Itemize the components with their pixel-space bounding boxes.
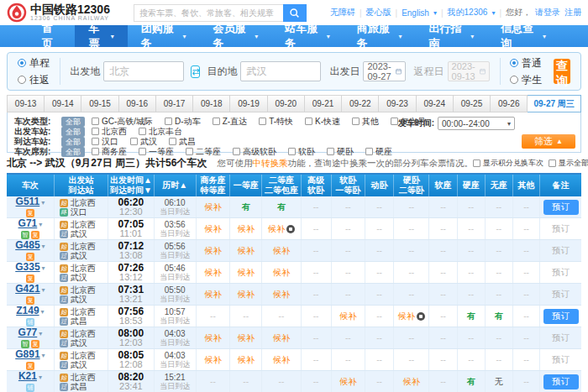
seat-availability[interactable]: 候补: [204, 224, 221, 233]
nav-item-商旅服务[interactable]: 商旅服务▾: [344, 25, 416, 47]
train-number-link[interactable]: G71: [18, 218, 38, 230]
seat-availability[interactable]: 候补: [204, 290, 221, 299]
seat-availability[interactable]: 候补: [238, 224, 255, 233]
filter-all-button[interactable]: 全部: [61, 127, 85, 137]
seat-availability[interactable]: 候补: [204, 202, 221, 212]
chevron-down-icon[interactable]: ▾: [42, 286, 45, 294]
chevron-down-icon[interactable]: ▾: [42, 352, 45, 359]
link-accessibility[interactable]: 无障碍: [330, 7, 355, 18]
filter-option[interactable]: 二等座: [186, 146, 221, 158]
seat-availability[interactable]: 候补: [238, 333, 255, 342]
column-header[interactable]: 硬卧 二等卧: [394, 175, 429, 196]
nav-item-团购服务[interactable]: 团购服务▾: [128, 25, 200, 47]
seat-availability[interactable]: 候补: [204, 246, 221, 255]
seat-availability[interactable]: 候补: [238, 290, 255, 299]
show-bookable-trains-checkbox[interactable]: 显示全部可预订车次: [549, 158, 588, 169]
show-points-trains-checkbox[interactable]: 显示积分兑换车次: [473, 158, 543, 169]
book-button[interactable]: 预订: [552, 354, 570, 366]
nav-item-车票[interactable]: 车票▾: [75, 25, 127, 47]
column-header[interactable]: 二等座 二等包座: [262, 175, 301, 196]
search-button[interactable]: [283, 4, 307, 22]
depart-time-select[interactable]: 00:00--24:00 ▾: [438, 117, 515, 130]
train-number-link[interactable]: G421: [15, 284, 39, 295]
date-tab[interactable]: 09-24: [417, 95, 454, 112]
seat-availability[interactable]: 候补: [204, 333, 221, 342]
date-tab[interactable]: 09-23: [379, 95, 416, 112]
book-button[interactable]: 预订: [552, 267, 570, 279]
link-my-12306[interactable]: 我的12306: [448, 7, 488, 18]
column-header[interactable]: 出发时间▲ 到达时间▼: [108, 175, 154, 196]
seat-availability[interactable]: 有: [467, 311, 475, 321]
seat-availability[interactable]: 候补: [238, 246, 255, 255]
date-tab[interactable]: 09-21: [305, 95, 342, 112]
depart-date-input[interactable]: 2023-09-27: [363, 61, 405, 81]
filter-option[interactable]: 一等座: [139, 146, 174, 158]
column-header[interactable]: 软卧 一等卧: [331, 175, 365, 196]
transfer-link[interactable]: 中转换乘: [252, 158, 287, 168]
search-input[interactable]: [134, 4, 283, 22]
nav-item-会员服务[interactable]: 会员服务▾: [199, 25, 271, 47]
seat-availability[interactable]: 候补: [273, 246, 290, 255]
filter-all-button[interactable]: 全部: [61, 137, 85, 147]
book-button[interactable]: 预订: [552, 332, 570, 344]
filter-all-button[interactable]: 全部: [61, 117, 85, 127]
book-button[interactable]: 预订: [552, 289, 570, 301]
date-tab[interactable]: 09-17: [156, 95, 193, 112]
column-header[interactable]: 商务座 特等座: [196, 175, 229, 196]
seat-availability[interactable]: 候补: [204, 355, 221, 364]
radio-normal[interactable]: 普通: [510, 56, 542, 71]
date-tab[interactable]: 09-13: [7, 95, 45, 112]
nav-item-站车服务[interactable]: 站车服务▾: [271, 25, 344, 47]
seat-availability[interactable]: 候补: [273, 268, 290, 277]
date-tab[interactable]: 09-19: [230, 95, 267, 112]
filter-option[interactable]: T-特快: [259, 116, 293, 128]
train-number-link[interactable]: K21: [18, 371, 37, 383]
seat-availability[interactable]: 候补: [204, 268, 221, 277]
date-tab[interactable]: 09-20: [268, 95, 305, 112]
column-header[interactable]: 高级 软卧: [301, 175, 331, 196]
date-tab[interactable]: 09-25: [454, 95, 491, 112]
train-number-link[interactable]: G891: [15, 349, 39, 361]
radio-student[interactable]: 学生: [510, 73, 542, 87]
train-number-link[interactable]: G511: [16, 196, 40, 207]
chevron-down-icon[interactable]: ▾: [39, 374, 42, 381]
chevron-down-icon[interactable]: ▾: [39, 221, 42, 228]
train-number-link[interactable]: Z149: [16, 306, 39, 317]
date-tab-selected[interactable]: 09-27 周三: [528, 95, 581, 112]
seat-availability[interactable]: 候补: [238, 268, 255, 277]
return-date-input[interactable]: 2023-09-13: [448, 61, 490, 81]
filter-all-button[interactable]: 全部: [61, 147, 85, 157]
column-header[interactable]: 历时▲: [154, 175, 196, 196]
nav-item-出行指南[interactable]: 出行指南▾: [416, 25, 488, 47]
chevron-down-icon[interactable]: ▾: [41, 308, 45, 316]
from-station-input[interactable]: [103, 61, 184, 81]
date-tab[interactable]: 09-26: [491, 95, 528, 112]
column-header[interactable]: 动卧: [365, 175, 393, 196]
date-tab[interactable]: 09-22: [342, 95, 379, 112]
book-button[interactable]: 预订: [543, 200, 579, 215]
column-header[interactable]: 出发站 到达站: [54, 175, 108, 196]
seat-availability[interactable]: 候补: [273, 333, 290, 342]
seat-availability[interactable]: 候补: [238, 355, 255, 364]
seat-availability[interactable]: 有: [277, 202, 286, 212]
radio-one-way[interactable]: 单程: [18, 56, 50, 71]
nav-item-首页[interactable]: 首页: [29, 25, 75, 47]
chevron-down-icon[interactable]: ▾: [42, 264, 45, 272]
filter-option[interactable]: 高级软卧: [233, 146, 276, 158]
login-link[interactable]: 请登录: [535, 7, 560, 18]
seat-availability[interactable]: 有: [495, 311, 503, 321]
seat-availability[interactable]: 候补: [339, 377, 356, 386]
seat-availability[interactable]: 候补: [339, 311, 356, 321]
logo[interactable]: 中国铁路12306 12306 CHINA RAILWAY: [7, 3, 110, 23]
train-number-link[interactable]: G485: [15, 240, 39, 252]
seat-availability[interactable]: 候补: [273, 290, 290, 299]
column-header[interactable]: 一等座: [230, 175, 262, 196]
seat-availability[interactable]: 候补: [398, 311, 415, 321]
link-care-version[interactable]: 爱心版: [366, 7, 391, 18]
column-header[interactable]: 无座: [485, 175, 512, 196]
train-number-link[interactable]: G335: [15, 262, 39, 274]
filter-option[interactable]: 软卧: [288, 146, 315, 158]
column-header[interactable]: 硬座: [457, 175, 485, 196]
chevron-down-icon[interactable]: ▾: [39, 330, 42, 337]
seat-availability[interactable]: 候补: [273, 355, 290, 364]
